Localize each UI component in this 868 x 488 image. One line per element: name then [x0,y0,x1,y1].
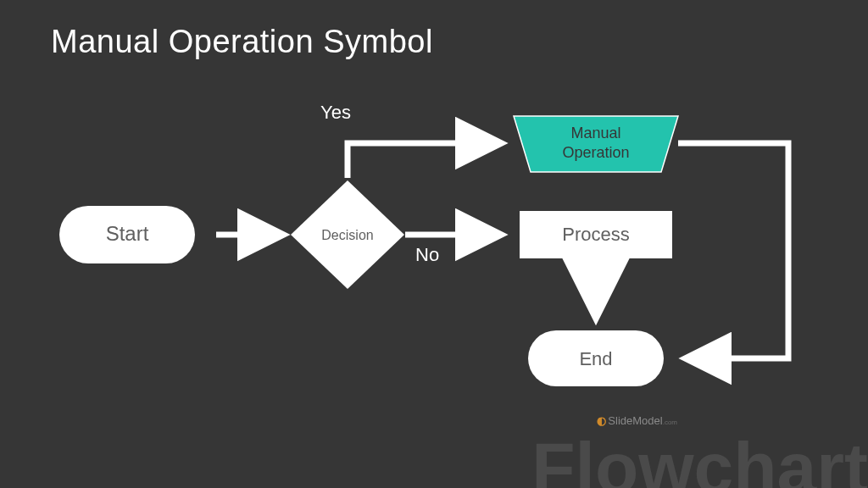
node-start-label: Start [106,222,149,245]
node-end: End [528,330,664,386]
background-watermark: Flowchart [531,432,868,488]
node-start: Start [59,206,195,263]
arrow-manual-to-end [678,143,788,358]
flowchart-canvas: Start Decision Yes No Manual Operation P… [0,0,868,488]
arrow-decision-yes [348,143,498,178]
brand-watermark: ◐SlideModel.com [597,414,677,427]
node-process: Process [520,211,672,258]
node-decision: Decision [291,180,404,289]
edge-label-no: No [415,244,439,265]
edge-label-yes: Yes [320,102,351,123]
node-manual-label-2: Operation [562,144,629,161]
node-decision-label: Decision [321,228,373,242]
node-manual-label-1: Manual [570,125,620,141]
node-manual-operation: Manual Operation [514,116,678,172]
node-process-label: Process [562,224,629,245]
node-end-label: End [579,348,612,369]
